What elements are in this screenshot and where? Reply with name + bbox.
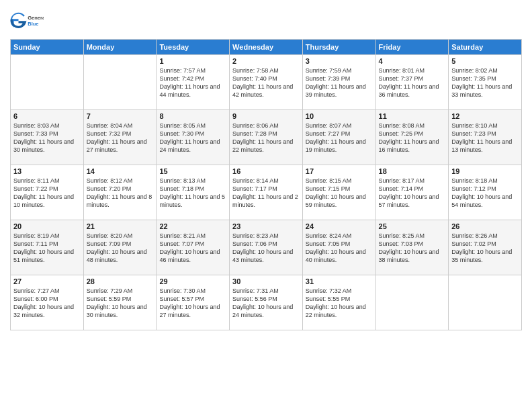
calendar-cell: 9Sunrise: 8:06 AM Sunset: 7:28 PM Daylig…	[230, 110, 303, 165]
day-info: Sunrise: 7:27 AM Sunset: 6:00 PM Dayligh…	[13, 287, 81, 320]
calendar-cell: 8Sunrise: 8:05 AM Sunset: 7:30 PM Daylig…	[157, 110, 230, 165]
day-info: Sunrise: 8:08 AM Sunset: 7:25 PM Dayligh…	[379, 122, 446, 154]
header: General Blue	[10, 7, 522, 34]
day-number: 21	[87, 222, 154, 230]
calendar-cell: 26Sunrise: 8:26 AM Sunset: 7:02 PM Dayli…	[449, 220, 522, 275]
calendar-cell: 29Sunrise: 7:30 AM Sunset: 5:57 PM Dayli…	[157, 275, 230, 330]
calendar-cell: 7Sunrise: 8:04 AM Sunset: 7:32 PM Daylig…	[83, 110, 157, 165]
calendar-cell: 19Sunrise: 8:18 AM Sunset: 7:12 PM Dayli…	[449, 165, 522, 220]
col-sunday: Sunday	[11, 40, 84, 55]
day-number: 16	[232, 167, 300, 175]
day-number: 30	[232, 277, 300, 285]
day-info: Sunrise: 8:13 AM Sunset: 7:18 PM Dayligh…	[159, 177, 226, 210]
day-number: 19	[451, 167, 519, 175]
day-number: 20	[13, 222, 81, 230]
calendar-week-row: 20Sunrise: 8:19 AM Sunset: 7:11 PM Dayli…	[11, 220, 522, 275]
day-info: Sunrise: 8:24 AM Sunset: 7:05 PM Dayligh…	[306, 232, 373, 265]
day-number: 12	[451, 112, 519, 120]
calendar-cell: 15Sunrise: 8:13 AM Sunset: 7:18 PM Dayli…	[157, 165, 230, 220]
day-info: Sunrise: 8:14 AM Sunset: 7:17 PM Dayligh…	[232, 177, 300, 210]
day-info: Sunrise: 8:11 AM Sunset: 7:22 PM Dayligh…	[13, 177, 81, 210]
day-number: 23	[232, 222, 300, 230]
calendar-cell: 22Sunrise: 8:21 AM Sunset: 7:07 PM Dayli…	[157, 220, 230, 275]
day-number: 4	[379, 57, 446, 65]
day-number: 24	[306, 222, 373, 230]
day-info: Sunrise: 8:12 AM Sunset: 7:20 PM Dayligh…	[87, 177, 154, 210]
calendar-table: Sunday Monday Tuesday Wednesday Thursday…	[10, 39, 522, 330]
calendar-cell: 23Sunrise: 8:23 AM Sunset: 7:06 PM Dayli…	[230, 220, 303, 275]
day-info: Sunrise: 8:18 AM Sunset: 7:12 PM Dayligh…	[451, 177, 519, 210]
day-info: Sunrise: 8:07 AM Sunset: 7:27 PM Dayligh…	[306, 122, 373, 154]
day-info: Sunrise: 8:20 AM Sunset: 7:09 PM Dayligh…	[87, 232, 154, 265]
calendar-cell: 16Sunrise: 8:14 AM Sunset: 7:17 PM Dayli…	[230, 165, 303, 220]
day-number: 28	[87, 277, 154, 285]
calendar-cell: 10Sunrise: 8:07 AM Sunset: 7:27 PM Dayli…	[302, 110, 375, 165]
day-number: 6	[13, 112, 81, 120]
page: General Blue Sunday Monday Tuesday Wedne…	[0, 0, 532, 411]
col-friday: Friday	[375, 40, 449, 55]
day-number: 17	[306, 167, 373, 175]
calendar-cell	[375, 275, 449, 330]
calendar-week-row: 6Sunrise: 8:03 AM Sunset: 7:33 PM Daylig…	[11, 110, 522, 165]
col-monday: Monday	[83, 40, 157, 55]
calendar-header-row: Sunday Monday Tuesday Wednesday Thursday…	[11, 40, 522, 55]
day-info: Sunrise: 8:04 AM Sunset: 7:32 PM Dayligh…	[87, 122, 154, 154]
day-number: 14	[87, 167, 154, 175]
day-number: 15	[159, 167, 226, 175]
calendar-cell: 18Sunrise: 8:17 AM Sunset: 7:14 PM Dayli…	[375, 165, 449, 220]
calendar-cell	[83, 55, 157, 110]
col-tuesday: Tuesday	[157, 40, 230, 55]
calendar-cell: 30Sunrise: 7:31 AM Sunset: 5:56 PM Dayli…	[230, 275, 303, 330]
day-number: 10	[306, 112, 373, 120]
calendar-cell: 11Sunrise: 8:08 AM Sunset: 7:25 PM Dayli…	[375, 110, 449, 165]
calendar-cell	[11, 55, 84, 110]
day-number: 8	[159, 112, 226, 120]
generalblue-logo-icon: General Blue	[10, 7, 44, 34]
day-info: Sunrise: 8:25 AM Sunset: 7:03 PM Dayligh…	[379, 232, 446, 265]
calendar-cell: 31Sunrise: 7:32 AM Sunset: 5:55 PM Dayli…	[302, 275, 375, 330]
calendar-cell: 1Sunrise: 7:57 AM Sunset: 7:42 PM Daylig…	[157, 55, 230, 110]
day-number: 29	[159, 277, 226, 285]
day-number: 11	[379, 112, 446, 120]
day-number: 31	[306, 277, 373, 285]
calendar-cell: 28Sunrise: 7:29 AM Sunset: 5:59 PM Dayli…	[83, 275, 157, 330]
calendar-cell: 20Sunrise: 8:19 AM Sunset: 7:11 PM Dayli…	[11, 220, 84, 275]
calendar-cell	[449, 275, 522, 330]
calendar-cell: 6Sunrise: 8:03 AM Sunset: 7:33 PM Daylig…	[11, 110, 84, 165]
day-number: 13	[13, 167, 81, 175]
day-number: 7	[87, 112, 154, 120]
day-number: 2	[232, 57, 300, 65]
col-thursday: Thursday	[302, 40, 375, 55]
calendar-cell: 3Sunrise: 7:59 AM Sunset: 7:39 PM Daylig…	[302, 55, 375, 110]
day-number: 27	[13, 277, 81, 285]
day-info: Sunrise: 8:06 AM Sunset: 7:28 PM Dayligh…	[232, 122, 300, 154]
day-number: 22	[159, 222, 226, 230]
day-info: Sunrise: 7:59 AM Sunset: 7:39 PM Dayligh…	[306, 66, 373, 99]
day-info: Sunrise: 8:21 AM Sunset: 7:07 PM Dayligh…	[159, 232, 226, 265]
calendar-cell: 27Sunrise: 7:27 AM Sunset: 6:00 PM Dayli…	[11, 275, 84, 330]
day-info: Sunrise: 8:15 AM Sunset: 7:15 PM Dayligh…	[306, 177, 373, 210]
svg-text:Blue: Blue	[28, 21, 38, 27]
calendar-cell: 2Sunrise: 7:58 AM Sunset: 7:40 PM Daylig…	[230, 55, 303, 110]
day-number: 18	[379, 167, 446, 175]
col-saturday: Saturday	[449, 40, 522, 55]
day-number: 5	[451, 57, 519, 65]
day-info: Sunrise: 8:03 AM Sunset: 7:33 PM Dayligh…	[13, 122, 81, 154]
col-wednesday: Wednesday	[230, 40, 303, 55]
calendar-week-row: 27Sunrise: 7:27 AM Sunset: 6:00 PM Dayli…	[11, 275, 522, 330]
day-number: 3	[306, 57, 373, 65]
day-info: Sunrise: 8:10 AM Sunset: 7:23 PM Dayligh…	[451, 122, 519, 154]
day-info: Sunrise: 8:05 AM Sunset: 7:30 PM Dayligh…	[159, 122, 226, 154]
day-info: Sunrise: 7:58 AM Sunset: 7:40 PM Dayligh…	[232, 66, 300, 99]
calendar-week-row: 13Sunrise: 8:11 AM Sunset: 7:22 PM Dayli…	[11, 165, 522, 220]
day-info: Sunrise: 7:32 AM Sunset: 5:55 PM Dayligh…	[306, 287, 373, 320]
calendar-cell: 25Sunrise: 8:25 AM Sunset: 7:03 PM Dayli…	[375, 220, 449, 275]
calendar-cell: 24Sunrise: 8:24 AM Sunset: 7:05 PM Dayli…	[302, 220, 375, 275]
calendar-cell: 14Sunrise: 8:12 AM Sunset: 7:20 PM Dayli…	[83, 165, 157, 220]
day-info: Sunrise: 8:02 AM Sunset: 7:35 PM Dayligh…	[451, 66, 519, 99]
calendar-cell: 13Sunrise: 8:11 AM Sunset: 7:22 PM Dayli…	[11, 165, 84, 220]
calendar-cell: 17Sunrise: 8:15 AM Sunset: 7:15 PM Dayli…	[302, 165, 375, 220]
svg-text:General: General	[28, 15, 44, 21]
calendar-cell: 4Sunrise: 8:01 AM Sunset: 7:37 PM Daylig…	[375, 55, 449, 110]
logo: General Blue	[10, 7, 44, 34]
